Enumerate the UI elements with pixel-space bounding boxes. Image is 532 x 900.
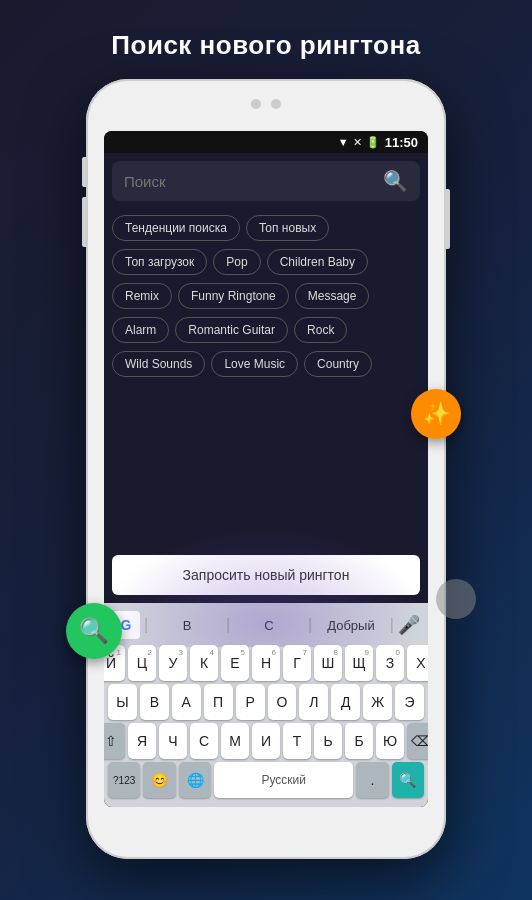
key-ж[interactable]: Ж — [363, 684, 392, 720]
shift-key[interactable]: ⇧ — [104, 723, 125, 759]
key-п[interactable]: П — [204, 684, 233, 720]
tag-chip[interactable]: Alarm — [112, 317, 169, 343]
key-ч[interactable]: Ч — [159, 723, 187, 759]
status-icons: ▼ ✕ 🔋 — [338, 136, 380, 149]
keyboard-row-3: ⇧ Я Ч С М И Т Ь Б Ю ⌫ — [108, 723, 424, 759]
tags-row-0: Тенденции поиска Топ новых — [112, 215, 420, 241]
microphone-icon[interactable]: 🎤 — [398, 614, 420, 636]
separator-2: | — [226, 616, 230, 634]
space-key[interactable]: Русский — [214, 762, 353, 798]
tags-row-2: Remix Funny Ringtone Message — [112, 283, 420, 309]
phone-screen: ▼ ✕ 🔋 11:50 🔍 Тенденции поиска Топ новых… — [104, 131, 428, 807]
separator-3: | — [308, 616, 312, 634]
tag-chip[interactable]: Message — [295, 283, 370, 309]
tag-chip[interactable]: Country — [304, 351, 372, 377]
volume-button-2 — [82, 197, 86, 247]
battery-icon: 🔋 — [366, 136, 380, 149]
emoji-key[interactable]: 😊 — [143, 762, 175, 798]
wifi-icon: ▼ — [338, 136, 349, 148]
suggestion-2[interactable]: С — [234, 618, 304, 633]
power-button — [446, 189, 450, 249]
key-щ[interactable]: 9Щ — [345, 645, 373, 681]
tag-chip[interactable]: Топ новых — [246, 215, 329, 241]
key-о[interactable]: О — [268, 684, 297, 720]
keyboard-row-1: 1Й 2Ц 3У 4К 5Е 6Н 7Г 8Ш 9Щ 0З Х — [108, 645, 424, 681]
volume-button-1 — [82, 157, 86, 187]
tags-row-1: Топ загрузок Pop Children Baby — [112, 249, 420, 275]
key-т[interactable]: Т — [283, 723, 311, 759]
key-з[interactable]: 0З — [376, 645, 404, 681]
key-ц[interactable]: 2Ц — [128, 645, 156, 681]
camera-dot-2 — [271, 99, 281, 109]
keyboard-area: G | В | С | Добрый | 🎤 1Й 2Ц 3У — [104, 603, 428, 807]
request-btn-area: Запросить новый рингтон — [104, 547, 428, 603]
search-enter-key[interactable]: 🔍 — [392, 762, 424, 798]
key-м[interactable]: М — [221, 723, 249, 759]
search-bar[interactable]: 🔍 — [112, 161, 420, 201]
key-г[interactable]: 7Г — [283, 645, 311, 681]
keyboard-keys: 1Й 2Ц 3У 4К 5Е 6Н 7Г 8Ш 9Щ 0З Х Ы — [106, 643, 426, 803]
phone-frame: ▼ ✕ 🔋 11:50 🔍 Тенденции поиска Топ новых… — [86, 79, 446, 859]
decorative-circle — [436, 579, 476, 619]
numbers-key[interactable]: ?123 — [108, 762, 140, 798]
green-search-button[interactable]: 🔍 — [66, 603, 122, 659]
tag-chip[interactable]: Love Music — [211, 351, 298, 377]
key-в[interactable]: В — [140, 684, 169, 720]
tag-chip[interactable]: Funny Ringtone — [178, 283, 289, 309]
key-э[interactable]: Э — [395, 684, 424, 720]
key-б[interactable]: Б — [345, 723, 373, 759]
key-и[interactable]: И — [252, 723, 280, 759]
backspace-key[interactable]: ⌫ — [407, 723, 428, 759]
key-ы[interactable]: Ы — [108, 684, 137, 720]
status-bar: ▼ ✕ 🔋 11:50 — [104, 131, 428, 153]
status-time: 11:50 — [385, 135, 418, 150]
tags-area: Тенденции поиска Топ новых Топ загрузок … — [104, 209, 428, 547]
tag-chip[interactable]: Топ загрузок — [112, 249, 207, 275]
tag-chip[interactable]: Тенденции поиска — [112, 215, 240, 241]
key-у[interactable]: 3У — [159, 645, 187, 681]
tags-row-4: Wild Sounds Love Music Country — [112, 351, 420, 377]
camera-area — [251, 99, 281, 109]
tag-chip[interactable]: Rock — [294, 317, 347, 343]
request-ringtone-button[interactable]: Запросить новый рингтон — [112, 555, 420, 595]
tag-chip[interactable]: Wild Sounds — [112, 351, 205, 377]
key-с[interactable]: С — [190, 723, 218, 759]
separator-1: | — [144, 616, 148, 634]
key-е[interactable]: 5Е — [221, 645, 249, 681]
key-н[interactable]: 6Н — [252, 645, 280, 681]
camera-dot-1 — [251, 99, 261, 109]
page-title: Поиск нового рингтона — [111, 30, 420, 61]
language-key[interactable]: 🌐 — [179, 762, 211, 798]
suggestion-3[interactable]: Добрый — [316, 618, 386, 633]
key-к[interactable]: 4К — [190, 645, 218, 681]
period-key[interactable]: . — [356, 762, 388, 798]
tag-chip[interactable]: Children Baby — [267, 249, 368, 275]
search-icon[interactable]: 🔍 — [383, 169, 408, 193]
key-ю[interactable]: Ю — [376, 723, 404, 759]
keyboard-row-2: Ы В А П Р О Л Д Ж Э — [108, 684, 424, 720]
key-а[interactable]: А — [172, 684, 201, 720]
keyboard-suggestions-row: G | В | С | Добрый | 🎤 — [106, 607, 426, 643]
keyboard-row-4: ?123 😊 🌐 Русский . 🔍 — [108, 762, 424, 798]
key-я[interactable]: Я — [128, 723, 156, 759]
key-ш[interactable]: 8Ш — [314, 645, 342, 681]
key-р[interactable]: Р — [236, 684, 265, 720]
search-input[interactable] — [124, 173, 375, 190]
separator-4: | — [390, 616, 394, 634]
tag-chip[interactable]: Romantic Guitar — [175, 317, 288, 343]
key-л[interactable]: Л — [299, 684, 328, 720]
tag-chip[interactable]: Pop — [213, 249, 260, 275]
signal-icon: ✕ — [353, 136, 362, 149]
tag-chip[interactable]: Remix — [112, 283, 172, 309]
tags-row-3: Alarm Romantic Guitar Rock — [112, 317, 420, 343]
key-х[interactable]: Х — [407, 645, 428, 681]
key-ь[interactable]: Ь — [314, 723, 342, 759]
floating-fireworks-button[interactable]: ✨ — [411, 389, 461, 439]
key-д[interactable]: Д — [331, 684, 360, 720]
phone-body: ▼ ✕ 🔋 11:50 🔍 Тенденции поиска Топ новых… — [86, 79, 446, 859]
suggestion-1[interactable]: В — [152, 618, 222, 633]
